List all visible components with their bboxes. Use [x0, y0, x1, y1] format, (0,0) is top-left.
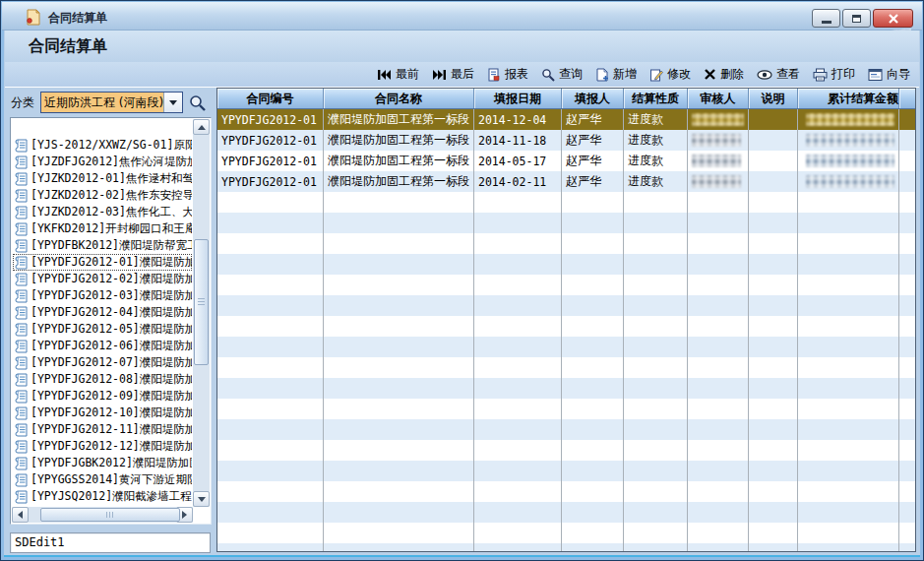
list-item[interactable]: [YJS-2012/XXWZ/SG-01]原阳武..: [13, 137, 192, 154]
horizontal-scroll-track[interactable]: [29, 507, 176, 523]
list-item[interactable]: [YPYDFJG2012-08]濮阳堤防加..: [13, 371, 192, 388]
list-item[interactable]: [YJZDFJG2012]焦作沁河堤防加..: [13, 154, 192, 170]
empty-table-row[interactable]: [217, 357, 915, 378]
empty-table-row[interactable]: [217, 543, 915, 552]
cell-empty: [798, 481, 899, 502]
horizontal-scroll-thumb[interactable]: [40, 508, 180, 522]
wizard-button[interactable]: 向导: [868, 66, 910, 83]
list-item[interactable]: [YPYDFJG2012-09]濮阳堤防加..: [13, 388, 192, 405]
cell-empty: [562, 481, 624, 502]
empty-table-row[interactable]: [217, 440, 915, 461]
empty-table-row[interactable]: [217, 502, 915, 523]
empty-table-row[interactable]: [217, 275, 915, 295]
list-item[interactable]: [YPYXGGJ2012]濮阳影唐险工改.: [13, 505, 192, 506]
category-value[interactable]: 近期防洪工程 (河南段): [41, 93, 163, 112]
empty-table-row[interactable]: [217, 316, 915, 337]
empty-table-row[interactable]: [217, 213, 915, 233]
category-combobox[interactable]: 近期防洪工程 (河南段): [40, 92, 183, 113]
list-item[interactable]: [YPYDFJGBK2012]濮阳堤防加固.: [13, 455, 192, 471]
list-item[interactable]: [YJZKD2012-02]焦作东安控导工..: [13, 187, 192, 204]
list-item[interactable]: [YJZKD2012-03]焦作化工、大...: [13, 204, 192, 220]
list-item[interactable]: [YPYJSQ2012]濮阳截渗墙工程: [13, 488, 192, 505]
empty-table-row[interactable]: [217, 461, 915, 481]
list-item[interactable]: [YPYDFJG2012-02]濮阳堤防加..: [13, 271, 192, 287]
table-row[interactable]: YPYDFJG2012-01濮阳堤防加固工程第一标段2014-11-18赵严华进…: [217, 130, 915, 151]
sdedit-field[interactable]: SDEdit1: [10, 532, 211, 553]
restore-button[interactable]: [842, 9, 871, 28]
combobox-dropdown-button[interactable]: [163, 93, 182, 112]
list-item[interactable]: [YJZKD2012-01]焦作逯村和驾...: [13, 170, 192, 187]
cell-empty: [624, 440, 688, 461]
scroll-left-button[interactable]: [12, 507, 29, 523]
cell-empty: [688, 213, 749, 233]
list-item[interactable]: [YPYDFJG2012-01]濮阳堤防加..: [13, 254, 192, 271]
title-bar[interactable]: 合同结算单: [2, 2, 922, 31]
column-header[interactable]: 审核人: [688, 89, 749, 108]
column-header[interactable]: 累计结算金额: [798, 89, 899, 108]
empty-table-row[interactable]: [217, 254, 915, 275]
cell-empty: [217, 523, 324, 543]
cell-empty: [324, 275, 474, 295]
cell-report-date: 2014-02-11: [474, 171, 562, 192]
column-header[interactable]: 合同编号: [217, 89, 324, 108]
first-button[interactable]: 最前: [377, 66, 419, 83]
document-icon: [15, 473, 28, 487]
cell-empty: [324, 523, 474, 543]
empty-table-row[interactable]: [217, 192, 915, 213]
empty-table-row[interactable]: [217, 419, 915, 440]
list-item[interactable]: [YPYDFJG2012-11]濮阳堤防加..: [13, 421, 192, 438]
list-item[interactable]: [YPYDFJG2012-03]濮阳堤防加..: [13, 287, 192, 304]
arrow-left-icon: [18, 511, 23, 519]
list-item[interactable]: [YPYDFJG2012-05]濮阳堤防加..: [13, 321, 192, 338]
view-button[interactable]: 查看: [757, 66, 800, 83]
list-item[interactable]: [YPYDFBK2012]濮阳堤防帮宽工程: [13, 237, 192, 254]
list-item[interactable]: [YPYGGSS2014]黄河下游近期防.: [13, 471, 192, 488]
edit-button[interactable]: 修改: [649, 66, 691, 83]
close-button[interactable]: [873, 9, 913, 28]
empty-table-row[interactable]: [217, 233, 915, 254]
empty-table-row[interactable]: [217, 481, 915, 502]
cell-empty: [688, 275, 749, 295]
cell-auditor-redacted: [688, 171, 749, 192]
column-header[interactable]: 填报日期: [474, 89, 562, 108]
empty-table-row[interactable]: [217, 399, 915, 419]
empty-table-row[interactable]: [217, 295, 915, 316]
delete-button[interactable]: 删除: [704, 66, 744, 83]
column-header-filler: [899, 89, 915, 108]
table-row[interactable]: YPYDFJG2012-01濮阳堤防加固工程第一标段2014-02-11赵严华进…: [217, 171, 915, 192]
report-button[interactable]: 报表: [487, 66, 528, 83]
minimize-button[interactable]: [812, 9, 840, 28]
list-item[interactable]: [YPYDFJG2012-06]濮阳堤防加..: [13, 338, 192, 354]
list-item[interactable]: [YPYDFJG2012-07]濮阳堤防加..: [13, 354, 192, 371]
empty-table-row[interactable]: [217, 523, 915, 543]
add-button[interactable]: 新增: [595, 66, 637, 83]
scroll-up-button[interactable]: [193, 119, 210, 135]
category-search-button[interactable]: [188, 94, 207, 112]
redacted-value: [692, 155, 741, 167]
cell-empty: [217, 543, 324, 552]
column-header[interactable]: 说明: [749, 89, 798, 108]
scroll-down-button[interactable]: [193, 491, 210, 507]
list-item[interactable]: [13, 120, 192, 137]
table-row[interactable]: YPYDFJG2012-01濮阳堤防加固工程第一标段2014-12-04赵严华进…: [217, 109, 915, 130]
list-vertical-scrollbar[interactable]: [193, 119, 210, 507]
print-button[interactable]: 打印: [813, 66, 855, 83]
column-header[interactable]: 结算性质: [624, 89, 688, 108]
list-item[interactable]: [YKFKD2012]开封柳园口和王庵...: [13, 220, 192, 237]
list-item[interactable]: [YPYDFJG2012-10]濮阳堤防加..: [13, 405, 192, 421]
column-header[interactable]: 填报人: [562, 89, 624, 108]
cell-empty: [749, 399, 798, 419]
list-item[interactable]: [YPYDFJG2012-04]濮阳堤防加..: [13, 304, 192, 321]
column-header[interactable]: 合同名称: [324, 89, 474, 108]
cell-empty: [749, 461, 798, 481]
list-item[interactable]: [YPYDFJG2012-12]濮阳堤防加..: [13, 438, 192, 455]
table-row[interactable]: YPYDFJG2012-01濮阳堤防加固工程第一标段2014-05-17赵严华进…: [217, 151, 915, 171]
cell-empty: [798, 440, 899, 461]
cell-empty: [217, 419, 324, 440]
list-horizontal-scrollbar[interactable]: [12, 507, 193, 523]
query-button[interactable]: 查询: [541, 66, 583, 83]
empty-table-row[interactable]: [217, 337, 915, 357]
empty-table-row[interactable]: [217, 378, 915, 399]
vertical-scroll-thumb[interactable]: [194, 239, 209, 365]
last-button[interactable]: 最后: [432, 66, 474, 83]
